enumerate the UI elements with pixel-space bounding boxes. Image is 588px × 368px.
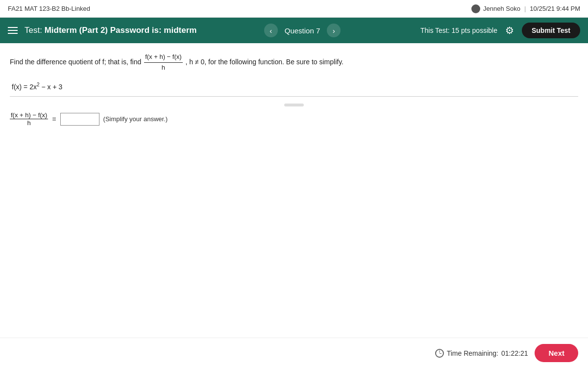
condition-text: , h ≠ 0, for the following function. Be … bbox=[185, 58, 343, 66]
difference-quotient-fraction: f(x + h) − f(x) h bbox=[144, 52, 182, 73]
top-bar: FA21 MAT 123-B2 Bb-Linked Jenneh Soko | … bbox=[0, 0, 588, 18]
user-avatar-icon bbox=[471, 4, 480, 13]
prev-question-button[interactable]: ‹ bbox=[264, 24, 278, 37]
next-question-button[interactable]: › bbox=[327, 24, 341, 37]
function-rest: − x + 3 bbox=[40, 82, 63, 90]
header-test-title: Test: Midterm (Part 2) Password is: midt… bbox=[24, 26, 264, 35]
problem-statement: Find the difference quotient of f; that … bbox=[10, 52, 578, 73]
this-test-static: This Test: bbox=[420, 26, 450, 34]
dq-numerator: f(x + h) − f(x) bbox=[144, 52, 182, 63]
submit-test-button[interactable]: Submit Test bbox=[522, 23, 580, 38]
this-test-label: This Test: 15 pts possible bbox=[420, 26, 497, 34]
instruction-text: Find the difference quotient of f; that … bbox=[10, 58, 141, 66]
settings-button[interactable]: ⚙ bbox=[505, 25, 514, 36]
function-label: f(x) = 2x bbox=[12, 82, 37, 90]
top-bar-right: Jenneh Soko | 10/25/21 9:44 PM bbox=[471, 4, 580, 13]
test-title: Midterm (Part 2) Password is: midterm bbox=[45, 26, 197, 35]
simplify-note: (Simplify your answer.) bbox=[103, 115, 168, 123]
test-label: Test: bbox=[24, 26, 45, 35]
answer-row: f(x + h) − f(x) h = (Simplify your answe… bbox=[10, 111, 578, 127]
datetime: 10/25/21 9:44 PM bbox=[530, 5, 580, 12]
question-label: Question 7 bbox=[285, 26, 320, 35]
header-nav-right: This Test: 15 pts possible ⚙ Submit Test bbox=[341, 23, 580, 38]
answer-input[interactable] bbox=[60, 113, 99, 126]
section-divider bbox=[10, 96, 578, 97]
answer-denominator: h bbox=[26, 119, 32, 127]
dq-denominator: h bbox=[161, 63, 166, 73]
header-nav-center: ‹ Question 7 › bbox=[264, 24, 341, 37]
handle-bar bbox=[284, 104, 304, 106]
course-title: FA21 MAT 123-B2 Bb-Linked bbox=[8, 5, 90, 12]
formula-fraction: f(x + h) − f(x) h bbox=[143, 58, 185, 66]
main-content: Find the difference quotient of f; that … bbox=[0, 43, 588, 136]
function-definition: f(x) = 2x2 − x + 3 bbox=[12, 82, 578, 91]
this-test-points: 15 pts possible bbox=[452, 26, 497, 34]
user-info: Jenneh Soko bbox=[471, 4, 520, 13]
dots-handle bbox=[10, 104, 578, 106]
header-nav: Test: Midterm (Part 2) Password is: midt… bbox=[0, 18, 588, 43]
separator: | bbox=[524, 5, 526, 12]
username: Jenneh Soko bbox=[483, 5, 520, 12]
answer-fraction: f(x + h) − f(x) h bbox=[10, 111, 48, 127]
menu-icon[interactable] bbox=[8, 27, 18, 34]
answer-numerator: f(x + h) − f(x) bbox=[10, 111, 48, 119]
equals-sign: = bbox=[52, 115, 56, 123]
